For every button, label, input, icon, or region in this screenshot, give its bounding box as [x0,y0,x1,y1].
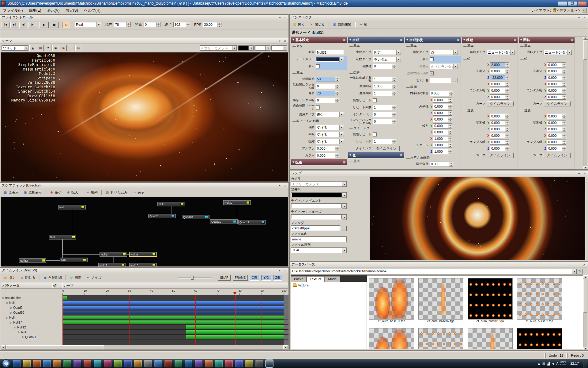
chevron-down-icon[interactable]: ▼ [342,215,346,220]
chevron-down-icon[interactable]: ▼ [24,46,28,50]
spin-down-icon[interactable]: ▼ [392,107,396,110]
spin-up-icon[interactable]: ▲ [562,88,566,90]
display-button[interactable]: ▭表示 [130,189,146,196]
taskbar-app-6[interactable] [63,360,71,367]
timeline-curve-button[interactable]: タイムライン [487,153,514,158]
taskbar-app-24[interactable] [245,360,253,367]
timeline-tree-item-Quad20[interactable]: ▷Quad20 [1,310,62,315]
model-name-input[interactable] [430,78,451,83]
dataspace-scrollbar[interactable]: ▲ ▼ [583,275,587,350]
timeline-track-Null[interactable] [62,300,288,305]
spinner-value[interactable]: 58 [316,77,335,82]
collapse-arrow-icon[interactable]: ▼ [292,161,294,163]
timeline-ruler[interactable]: 0102030405060708090100 [62,289,288,295]
spin-down-icon[interactable]: ▼ [448,151,452,154]
schematic-node-Quad2[interactable]: Quad2 [148,214,176,218]
spinner-value[interactable]: 0.000 [433,130,448,135]
spinner-value[interactable]: 0 [316,98,335,103]
tab-model[interactable]: Model [325,276,340,282]
spin-down-icon[interactable]: ▼ [392,86,396,89]
timeline-track-Quad2[interactable] [62,305,288,310]
chevron-down-icon[interactable]: ▼ [572,269,576,274]
chevron-down-icon[interactable]: ▼ [342,248,346,253]
minimize-button[interactable]: – [558,1,567,6]
z-b-button[interactable]: Z/B [273,275,282,281]
spin-up-icon[interactable]: ▲ [392,77,396,79]
spin-up-icon[interactable]: ▲ [562,140,566,142]
pin-icon[interactable]: + [278,15,282,19]
taskbar-app-25[interactable] [255,360,263,367]
slider-thumb[interactable] [191,276,194,280]
zoom-out-button[interactable]: ⊖縮小 [48,189,63,196]
close-button[interactable]: ×閉じる [18,274,37,281]
snap-button[interactable]: SNAP [218,275,231,281]
spin-up-icon[interactable]: ▲ [505,121,509,123]
spinner-value[interactable]: 1 [373,91,392,96]
taskbar-app-3[interactable] [33,360,41,367]
spin-down-icon[interactable]: ▼ [562,136,566,138]
dropdown[interactable]: 寿命▼ [316,112,344,117]
checkbox[interactable]: ✓ [430,71,434,75]
show-all-button[interactable]: ▦全表示 [2,189,21,196]
spin-down-icon[interactable]: ▼ [448,139,452,141]
spin-up-icon[interactable]: ▲ [505,69,509,71]
spin-down-icon[interactable]: ▼ [156,25,160,27]
diffuse-light-select[interactable]: ▼ [291,214,347,220]
play-mode-select[interactable]: Real▼ [75,22,101,27]
timeline-track-Quad21[interactable] [62,335,288,339]
taskbar-app-12[interactable] [124,360,132,367]
spin-down-icon[interactable]: ▼ [335,100,339,103]
timeline-tree-item-Quad21[interactable]: ▷Quad21 [1,335,62,339]
chevron-down-icon[interactable]: ▼ [453,50,458,55]
spin-up-icon[interactable]: ▲ [562,69,566,71]
timeline-track-Null[interactable] [62,330,288,335]
timeline-bar[interactable] [62,316,284,319]
spinner-value[interactable]: 0.000 [490,133,505,138]
fold-button[interactable]: ▤折りたたみ [104,189,130,196]
spinner-value[interactable]: 0.000 [433,117,448,122]
spinner[interactable]: 1▲▼ [373,139,396,144]
spinner-value[interactable]: 1 [373,77,392,82]
text-input[interactable]: Null31 [316,50,344,55]
chevron-down-icon[interactable]: ▼ [396,50,401,55]
timeline-curve-button[interactable]: タイムライン [544,101,571,106]
chevron-down-icon[interactable]: ▼ [266,46,270,50]
dropdown[interactable]: 点▼ [430,50,458,55]
zoom-in-button[interactable]: ⊕拡大 [64,189,80,196]
timeline-header[interactable]: タイムライン(Directx9) ▾ × [0,268,288,273]
spinner[interactable]: 0▲▼ [373,119,396,124]
spin-down-icon[interactable]: ▼ [505,129,509,132]
cycle-button[interactable]: ↻周期 [68,274,83,281]
chevron-down-icon[interactable]: ▼ [342,182,346,186]
spin-down-icon[interactable]: ▼ [562,148,566,151]
taskbar-app-18[interactable] [185,360,192,367]
spin-up-icon[interactable]: ▲ [505,140,509,142]
spin-up-icon[interactable]: ▲ [562,121,566,123]
section-options-icon[interactable]: ▦ [343,161,345,164]
spin-down-icon[interactable]: ▼ [562,78,566,80]
spinner[interactable]: 0.000▲▼ [490,69,509,74]
timeline-tree-item-Null12[interactable]: ▷Null12 [1,325,62,330]
spinner[interactable]: 0.000▲▼ [490,88,509,93]
timeline-track-Quad20[interactable] [62,310,288,315]
open-button[interactable]: ▤開く [2,274,17,281]
pivot-icon[interactable]: ▲ [29,45,36,51]
timeline-horizontal-scrollbar[interactable]: ◀ ▶ [1,345,288,350]
spin-up-icon[interactable]: ▲ [186,22,190,25]
show-desktop-button[interactable] [583,359,587,368]
dropdown[interactable]: 固定▼ [373,50,401,55]
menu-item-4[interactable]: ヘルプ(H) [81,7,104,13]
taskbar-app-5[interactable] [53,360,61,367]
open-button[interactable]: ▤開く [291,21,307,28]
spinner[interactable]: 0.000▲▼ [433,123,452,128]
folder-item-texture[interactable]: texture [292,283,366,287]
section-header[interactable]: ▼生成形状▦ [405,37,461,43]
spin-up-icon[interactable]: ▲ [448,136,452,139]
chevron-down-icon[interactable]: ▼ [396,57,401,62]
expand-arrow-icon[interactable]: ▷ [22,336,24,339]
taskbar-app-11[interactable] [114,360,122,367]
spin-down-icon[interactable]: ▼ [448,119,452,122]
expand-arrow-icon[interactable]: ▷ [10,311,12,314]
spinner-value[interactable]: 0.000 [547,82,562,86]
path-dropdown[interactable]: C:¥Users¥developer¥Documents¥Matchlock¥B… [291,269,577,274]
